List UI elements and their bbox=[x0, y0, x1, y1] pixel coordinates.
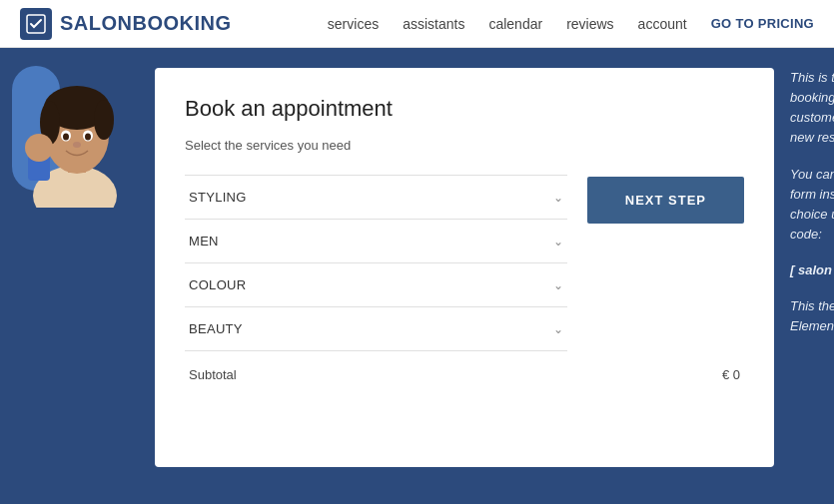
sidebar-shortcode: [ salon / ] bbox=[790, 260, 834, 280]
service-label-colour: COLOUR bbox=[189, 277, 246, 292]
sidebar-placement-text: You can place the booking form inside a … bbox=[790, 165, 834, 246]
nav-account[interactable]: account bbox=[638, 16, 687, 32]
subtotal-value: € 0 bbox=[722, 367, 740, 382]
chevron-icon-styling: ⌄ bbox=[553, 191, 563, 205]
logo-text: SALONBOOKING bbox=[60, 12, 232, 35]
svg-point-13 bbox=[25, 134, 53, 162]
sidebar-theme-text: This theme uses Elementor. bbox=[790, 296, 834, 336]
service-label-men: MEN bbox=[189, 234, 219, 249]
nav-go-to-pricing[interactable]: GO TO PRICING bbox=[711, 16, 814, 31]
service-item-beauty[interactable]: BEAUTY ⌄ bbox=[185, 307, 567, 351]
sidebar-description: This is the front-end booking form where… bbox=[790, 68, 834, 149]
nav-reviews[interactable]: reviews bbox=[566, 16, 613, 32]
left-banner bbox=[0, 48, 155, 504]
main-nav: services assistants calendar reviews acc… bbox=[328, 16, 814, 32]
nav-services[interactable]: services bbox=[328, 16, 379, 32]
service-item-men[interactable]: MEN ⌄ bbox=[185, 220, 567, 263]
chevron-icon-men: ⌄ bbox=[553, 235, 563, 249]
nav-assistants[interactable]: assistants bbox=[403, 16, 464, 32]
banner-person-svg bbox=[0, 48, 155, 208]
main-content: Book an appointment Select the services … bbox=[0, 48, 834, 504]
svg-point-9 bbox=[63, 134, 69, 141]
svg-point-11 bbox=[73, 142, 81, 148]
service-item-colour[interactable]: COLOUR ⌄ bbox=[185, 263, 567, 307]
nav-calendar[interactable]: calendar bbox=[488, 16, 542, 32]
service-label-beauty: BEAUTY bbox=[189, 321, 243, 336]
svg-point-10 bbox=[85, 134, 91, 141]
booking-card: Book an appointment Select the services … bbox=[155, 68, 774, 467]
subtotal-row: Subtotal € 0 bbox=[185, 367, 744, 382]
logo-area: SALONBOOKING bbox=[20, 8, 328, 40]
next-step-button[interactable]: NEXT STEP bbox=[587, 177, 744, 224]
booking-subtitle: Select the services you need bbox=[185, 138, 744, 153]
booking-section: Book an appointment Select the services … bbox=[155, 48, 774, 504]
subtotal-label: Subtotal bbox=[189, 367, 237, 382]
service-item-styling[interactable]: STYLING ⌄ bbox=[185, 175, 567, 220]
logo-icon bbox=[20, 8, 52, 40]
right-sidebar: This is the front-end booking form where… bbox=[774, 48, 834, 504]
chevron-icon-colour: ⌄ bbox=[553, 278, 563, 292]
services-list: STYLING ⌄ MEN ⌄ COLOUR ⌄ BEAUTY ⌄ bbox=[185, 175, 567, 351]
booking-title: Book an appointment bbox=[185, 96, 744, 122]
chevron-icon-beauty: ⌄ bbox=[553, 322, 563, 336]
header: SALONBOOKING services assistants calenda… bbox=[0, 0, 834, 48]
service-label-styling: STYLING bbox=[189, 190, 247, 205]
services-and-button-row: STYLING ⌄ MEN ⌄ COLOUR ⌄ BEAUTY ⌄ bbox=[185, 175, 744, 351]
svg-point-6 bbox=[94, 100, 114, 140]
